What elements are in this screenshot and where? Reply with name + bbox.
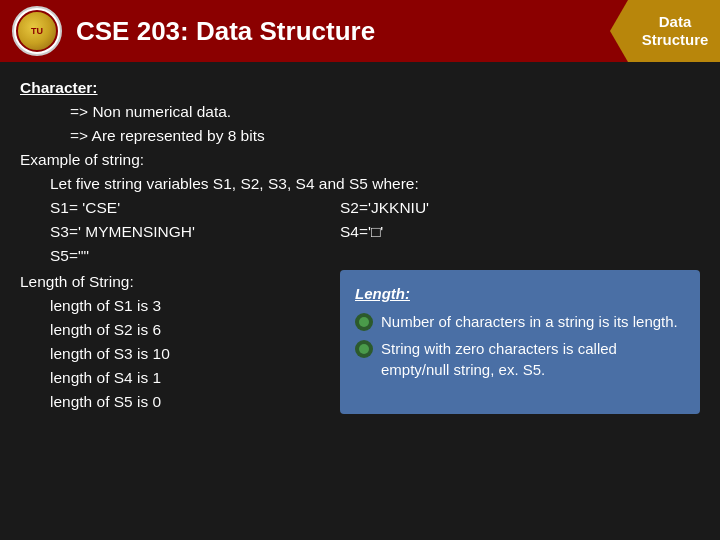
logo-emblem: TU	[16, 10, 58, 52]
popup-item-2: String with zero characters is called em…	[355, 338, 685, 380]
bullet-icon-2	[355, 340, 373, 358]
header: TU CSE 203: Data Structure Data Structur…	[0, 0, 720, 62]
badge-text: Data Structure	[642, 13, 709, 49]
popup-text-2: String with zero characters is called em…	[381, 338, 685, 380]
popup-box: Length: Number of characters in a string…	[340, 270, 700, 414]
length-list: Length of String: length of S1 is 3 leng…	[20, 270, 340, 414]
character-label: Character:	[20, 76, 700, 100]
bullet-inner-2	[359, 344, 369, 354]
length-label: Length of String:	[20, 270, 340, 294]
length-s1: length of S1 is 3	[50, 294, 340, 318]
length-s4: length of S4 is 1	[50, 366, 340, 390]
line2: => Are represented by 8 bits	[70, 124, 700, 148]
bullet-icon-1	[355, 313, 373, 331]
s4-value: S4='□'	[340, 220, 700, 244]
bottom-section: Length of String: length of S1 is 3 leng…	[20, 270, 700, 414]
bullet-inner-1	[359, 317, 369, 327]
line1: => Non numerical data.	[70, 100, 700, 124]
length-s3: length of S3 is 10	[50, 342, 340, 366]
s3-s4-row: S3=' MYMENSINGH' S4='□'	[20, 220, 700, 244]
popup-text-1: Number of characters in a string is its …	[381, 311, 678, 332]
s5-value: S5=""	[50, 244, 700, 268]
logo: TU	[12, 6, 62, 56]
header-badge: Data Structure	[610, 0, 720, 62]
s1-s2-row: S1= 'CSE' S2='JKKNIU'	[20, 196, 700, 220]
s3-col: S3=' MYMENSINGH'	[20, 220, 340, 244]
main-content: Character: => Non numerical data. => Are…	[0, 62, 720, 424]
popup-item-1: Number of characters in a string is its …	[355, 311, 685, 332]
example-label: Example of string:	[20, 148, 700, 172]
length-s5: length of S5 is 0	[50, 390, 340, 414]
s1-value: S1= 'CSE'	[50, 196, 340, 220]
example-desc: Let five string variables S1, S2, S3, S4…	[50, 172, 700, 196]
s2-value: S2='JKKNIU'	[340, 196, 700, 220]
popup-title: Length:	[355, 282, 685, 305]
s3-value: S3=' MYMENSINGH'	[50, 220, 340, 244]
s1-col: S1= 'CSE'	[20, 196, 340, 220]
length-s2: length of S2 is 6	[50, 318, 340, 342]
